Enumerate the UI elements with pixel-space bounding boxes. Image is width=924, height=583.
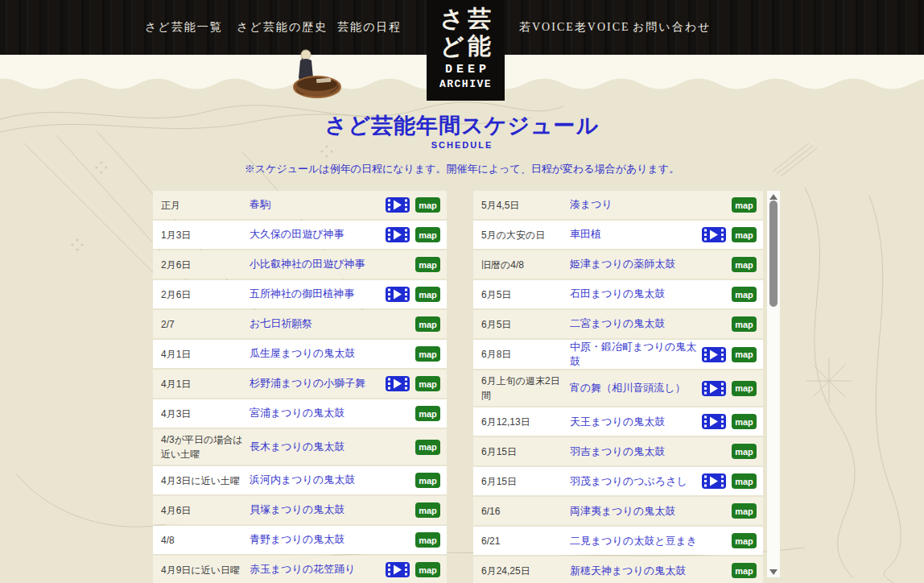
event-date: 4月1日 bbox=[153, 344, 250, 365]
video-button[interactable] bbox=[702, 414, 726, 429]
event-date: 4月9日に近い日曜 bbox=[153, 560, 250, 581]
event-link[interactable]: 湊まつり bbox=[570, 197, 728, 212]
map-button[interactable]: map bbox=[415, 227, 440, 242]
map-button[interactable]: map bbox=[415, 257, 440, 272]
table-row: 6月24,25日新穂天神まつりの鬼太鼓map bbox=[473, 556, 763, 583]
schedule-table-left: 正月春駒map1月3日大久保の田遊び神事map2月6日小比叡神社の田遊び神事ma… bbox=[153, 191, 447, 583]
event-date: 正月 bbox=[153, 195, 250, 216]
event-link[interactable]: 車田植 bbox=[570, 227, 699, 242]
video-button[interactable] bbox=[702, 473, 726, 489]
event-link[interactable]: 羽茂まつりのつぶろさし bbox=[570, 474, 699, 489]
event-link[interactable]: 青野まつりの鬼太鼓 bbox=[250, 532, 412, 547]
table-row: 4月3日宮浦まつりの鬼太鼓map bbox=[153, 399, 447, 428]
map-button[interactable]: map bbox=[415, 316, 440, 332]
map-button[interactable]: map bbox=[415, 406, 440, 421]
map-button[interactable]: map bbox=[732, 414, 757, 429]
row-buttons: map bbox=[415, 440, 440, 455]
map-button[interactable]: map bbox=[732, 533, 757, 548]
event-date: 旧暦の4/8 bbox=[473, 254, 570, 275]
nav-item-geinou-list[interactable]: さど芸能一覧 bbox=[145, 0, 223, 55]
event-link[interactable]: 五所神社の御田植神事 bbox=[250, 287, 382, 301]
row-buttons: map bbox=[415, 346, 440, 362]
triangle-up-icon bbox=[769, 194, 778, 200]
event-date: 6月12,13日 bbox=[473, 411, 570, 432]
video-play-icon bbox=[388, 199, 407, 211]
nav-item-geinou-schedule[interactable]: 芸能の日程 bbox=[337, 0, 402, 55]
map-button[interactable]: map bbox=[732, 197, 757, 213]
video-play-icon bbox=[388, 378, 407, 390]
event-link[interactable]: 小比叡神社の田遊び神事 bbox=[250, 257, 412, 271]
event-link[interactable]: 貝塚まつりの鬼太鼓 bbox=[250, 502, 412, 517]
map-button[interactable]: map bbox=[415, 532, 440, 548]
video-play-icon bbox=[388, 229, 407, 241]
map-button[interactable]: map bbox=[415, 197, 440, 213]
map-button[interactable]: map bbox=[415, 287, 440, 302]
map-button[interactable]: map bbox=[732, 563, 757, 578]
event-link[interactable]: 天王まつりの鬼太鼓 bbox=[570, 415, 699, 429]
video-button[interactable] bbox=[386, 227, 410, 242]
map-button[interactable]: map bbox=[415, 376, 440, 391]
event-link[interactable]: 宮浦まつりの鬼太鼓 bbox=[250, 406, 412, 420]
event-link[interactable]: 浜河内まつりの鬼太鼓 bbox=[250, 473, 412, 487]
event-link[interactable]: 両津夷まつりの鬼太鼓 bbox=[570, 504, 728, 519]
event-link[interactable]: 杉野浦まつりの小獅子舞 bbox=[250, 376, 382, 391]
scrollbar-track[interactable] bbox=[767, 191, 780, 577]
event-link[interactable]: 宵の舞（相川音頭流し） bbox=[570, 381, 699, 395]
map-button[interactable]: map bbox=[415, 502, 440, 518]
map-button[interactable]: map bbox=[732, 257, 757, 272]
table-row: 旧暦の4/8姫津まつりの薬師太鼓map bbox=[473, 250, 763, 279]
video-button[interactable] bbox=[386, 197, 410, 213]
map-button[interactable]: map bbox=[415, 440, 440, 455]
video-button[interactable] bbox=[702, 381, 726, 396]
row-buttons: map bbox=[732, 444, 757, 459]
logo-kanji: さ芸 ど能 bbox=[439, 5, 493, 60]
video-button[interactable] bbox=[702, 347, 726, 362]
event-link[interactable]: 石田まつりの鬼太鼓 bbox=[570, 287, 728, 301]
event-link[interactable]: お七日祈願祭 bbox=[250, 316, 412, 331]
video-play-icon bbox=[704, 416, 724, 428]
video-button[interactable] bbox=[386, 562, 410, 577]
map-button[interactable]: map bbox=[732, 381, 757, 396]
event-link[interactable]: 長木まつりの鬼太鼓 bbox=[250, 440, 412, 454]
video-button[interactable] bbox=[386, 287, 410, 302]
table-row: 4月1日杉野浦まつりの小獅子舞map bbox=[153, 370, 447, 398]
map-button[interactable]: map bbox=[732, 287, 757, 302]
table-row: 6月5日二宮まつりの鬼太鼓map bbox=[473, 310, 763, 338]
event-date: 6月上旬の週末2日間 bbox=[473, 370, 570, 406]
event-link[interactable]: 羽吉まつりの鬼太鼓 bbox=[570, 444, 728, 459]
map-button[interactable]: map bbox=[732, 316, 757, 332]
event-link[interactable]: 新穂天神まつりの鬼太鼓 bbox=[570, 564, 728, 578]
event-link[interactable]: 二見まつりの太鼓と豆まき bbox=[570, 534, 728, 548]
scrollbar-thumb[interactable] bbox=[769, 201, 778, 307]
map-button[interactable]: map bbox=[732, 227, 757, 242]
event-date: 4月1日 bbox=[153, 374, 250, 395]
event-date: 6月5日 bbox=[473, 314, 570, 335]
event-link[interactable]: 春駒 bbox=[250, 197, 382, 212]
event-link[interactable]: 姫津まつりの薬師太鼓 bbox=[570, 257, 728, 271]
video-button[interactable] bbox=[386, 376, 410, 391]
site-logo[interactable]: さ芸 ど能 DEEP ARCHIVE bbox=[427, 0, 505, 101]
nav-item-contact[interactable]: お問い合わせ bbox=[633, 0, 711, 55]
nav-item-voice[interactable]: 若VOICE老VOICE bbox=[519, 0, 630, 55]
event-link[interactable]: 大久保の田遊び神事 bbox=[250, 227, 382, 242]
table-row: 4月3日に近い土曜浜河内まつりの鬼太鼓map bbox=[153, 466, 447, 494]
event-link[interactable]: 二宮まつりの鬼太鼓 bbox=[570, 316, 728, 331]
event-link[interactable]: 中原・鍛冶町まつりの鬼太鼓 bbox=[570, 340, 699, 369]
event-link[interactable]: 赤玉まつりの花笠踊り bbox=[250, 562, 382, 577]
scrollbar-down-arrow[interactable] bbox=[767, 566, 780, 577]
map-button[interactable]: map bbox=[415, 562, 440, 577]
page-subtitle: SCHEDULE bbox=[0, 140, 924, 150]
event-link[interactable]: 瓜生屋まつりの鬼太鼓 bbox=[250, 346, 412, 361]
row-buttons: map bbox=[702, 473, 757, 489]
event-date: 6/21 bbox=[473, 531, 570, 552]
video-button[interactable] bbox=[702, 227, 726, 242]
map-button[interactable]: map bbox=[415, 346, 440, 362]
map-button[interactable]: map bbox=[732, 503, 757, 519]
map-button[interactable]: map bbox=[732, 473, 757, 489]
map-button[interactable]: map bbox=[415, 473, 440, 488]
table-row: 4/8青野まつりの鬼太鼓map bbox=[153, 526, 447, 554]
event-date: 6月5日 bbox=[473, 284, 570, 305]
map-button[interactable]: map bbox=[732, 347, 757, 362]
map-button[interactable]: map bbox=[732, 444, 757, 459]
table-row: 6月8日中原・鍛冶町まつりの鬼太鼓map bbox=[473, 340, 763, 369]
